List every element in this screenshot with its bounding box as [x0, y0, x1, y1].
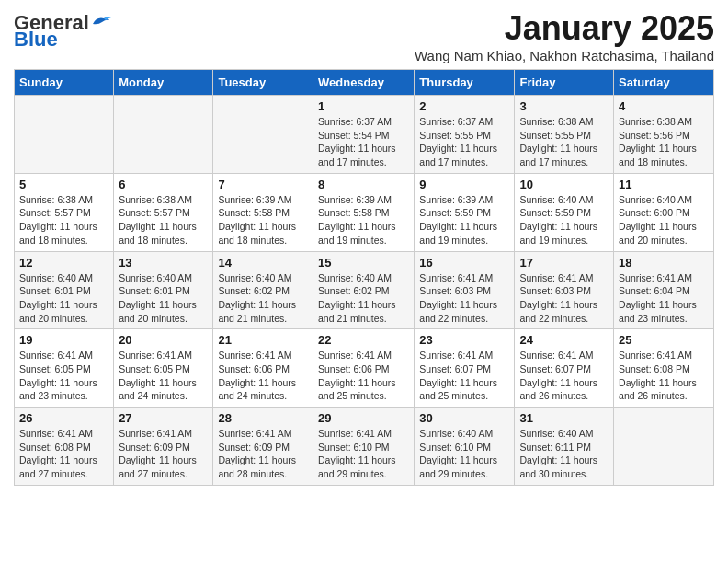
calendar-cell: 25Sunrise: 6:41 AMSunset: 6:08 PMDayligh… [614, 329, 714, 408]
calendar-cell: 27Sunrise: 6:41 AMSunset: 6:09 PMDayligh… [114, 408, 213, 486]
calendar-cell: 21Sunrise: 6:41 AMSunset: 6:06 PMDayligh… [213, 329, 313, 408]
calendar-cell: 20Sunrise: 6:41 AMSunset: 6:05 PMDayligh… [114, 329, 213, 408]
day-number: 31 [519, 411, 609, 425]
day-number: 23 [419, 333, 509, 347]
day-number: 13 [119, 256, 208, 270]
calendar-cell: 8Sunrise: 6:39 AMSunset: 5:58 PMDaylight… [313, 173, 414, 251]
day-info: Sunrise: 6:41 AMSunset: 6:05 PMDaylight:… [19, 349, 108, 403]
day-info: Sunrise: 6:41 AMSunset: 6:07 PMDaylight:… [419, 349, 509, 403]
day-info: Sunrise: 6:38 AMSunset: 5:57 PMDaylight:… [119, 193, 208, 247]
day-number: 9 [419, 178, 509, 191]
calendar-table: SundayMondayTuesdayWednesdayThursdayFrid… [14, 69, 714, 486]
day-info: Sunrise: 6:38 AMSunset: 5:56 PMDaylight:… [619, 115, 709, 169]
day-info: Sunrise: 6:41 AMSunset: 6:06 PMDaylight:… [318, 349, 409, 403]
calendar-cell [614, 408, 714, 486]
calendar-cell: 6Sunrise: 6:38 AMSunset: 5:57 PMDaylight… [114, 173, 213, 251]
day-number: 17 [519, 256, 609, 270]
day-number: 22 [318, 333, 409, 347]
day-number: 30 [419, 411, 509, 425]
day-info: Sunrise: 6:38 AMSunset: 5:55 PMDaylight:… [519, 115, 609, 169]
day-info: Sunrise: 6:39 AMSunset: 5:58 PMDaylight:… [218, 193, 308, 247]
calendar-cell [114, 96, 213, 174]
calendar-cell: 4Sunrise: 6:38 AMSunset: 5:56 PMDaylight… [614, 96, 714, 174]
calendar-week-row: 19Sunrise: 6:41 AMSunset: 6:05 PMDayligh… [15, 329, 714, 408]
day-info: Sunrise: 6:39 AMSunset: 5:58 PMDaylight:… [318, 193, 409, 247]
day-info: Sunrise: 6:40 AMSunset: 6:10 PMDaylight:… [419, 427, 509, 481]
logo: General Blue [14, 13, 111, 50]
calendar-header-row: SundayMondayTuesdayWednesdayThursdayFrid… [15, 70, 714, 96]
calendar-cell [15, 96, 114, 174]
day-info: Sunrise: 6:41 AMSunset: 6:04 PMDaylight:… [619, 271, 709, 326]
calendar-cell: 26Sunrise: 6:41 AMSunset: 6:08 PMDayligh… [15, 408, 114, 486]
logo-blue: Blue [14, 28, 58, 51]
day-number: 2 [419, 99, 509, 113]
calendar-cell: 30Sunrise: 6:40 AMSunset: 6:10 PMDayligh… [415, 408, 515, 486]
calendar-cell: 12Sunrise: 6:40 AMSunset: 6:01 PMDayligh… [15, 251, 114, 329]
day-info: Sunrise: 6:41 AMSunset: 6:03 PMDaylight:… [419, 271, 509, 326]
calendar-header-friday: Friday [515, 70, 614, 96]
calendar-cell: 13Sunrise: 6:40 AMSunset: 6:01 PMDayligh… [114, 251, 213, 329]
calendar-cell: 10Sunrise: 6:40 AMSunset: 5:59 PMDayligh… [515, 173, 614, 251]
day-info: Sunrise: 6:39 AMSunset: 5:59 PMDaylight:… [419, 193, 509, 247]
calendar-cell: 28Sunrise: 6:41 AMSunset: 6:09 PMDayligh… [213, 408, 313, 486]
calendar-week-row: 26Sunrise: 6:41 AMSunset: 6:08 PMDayligh… [15, 408, 714, 486]
calendar-week-row: 5Sunrise: 6:38 AMSunset: 5:57 PMDaylight… [15, 173, 714, 251]
day-number: 18 [619, 256, 709, 270]
day-info: Sunrise: 6:41 AMSunset: 6:07 PMDaylight:… [519, 349, 609, 403]
calendar-cell: 1Sunrise: 6:37 AMSunset: 5:54 PMDaylight… [313, 96, 414, 174]
calendar-cell: 31Sunrise: 6:40 AMSunset: 6:11 PMDayligh… [515, 408, 614, 486]
day-info: Sunrise: 6:40 AMSunset: 6:01 PMDaylight:… [119, 271, 208, 326]
calendar-cell: 19Sunrise: 6:41 AMSunset: 6:05 PMDayligh… [15, 329, 114, 408]
calendar-cell: 2Sunrise: 6:37 AMSunset: 5:55 PMDaylight… [415, 96, 515, 174]
day-info: Sunrise: 6:40 AMSunset: 6:01 PMDaylight:… [19, 271, 108, 326]
calendar-header-monday: Monday [114, 70, 213, 96]
day-number: 26 [19, 411, 108, 425]
day-number: 21 [218, 333, 308, 347]
calendar-week-row: 12Sunrise: 6:40 AMSunset: 6:01 PMDayligh… [15, 251, 714, 329]
day-info: Sunrise: 6:41 AMSunset: 6:03 PMDaylight:… [519, 271, 609, 326]
title-section: January 2025 Wang Nam Khiao, Nakhon Ratc… [415, 9, 714, 63]
calendar-cell: 18Sunrise: 6:41 AMSunset: 6:04 PMDayligh… [614, 251, 714, 329]
day-info: Sunrise: 6:37 AMSunset: 5:55 PMDaylight:… [419, 115, 509, 169]
day-number: 10 [519, 178, 609, 191]
day-info: Sunrise: 6:40 AMSunset: 5:59 PMDaylight:… [519, 193, 609, 247]
day-number: 27 [119, 411, 208, 425]
page-header: General Blue January 2025 Wang Nam Khiao… [14, 9, 714, 63]
day-number: 19 [19, 333, 108, 347]
calendar-cell: 3Sunrise: 6:38 AMSunset: 5:55 PMDaylight… [515, 96, 614, 174]
day-number: 16 [419, 256, 509, 270]
calendar-cell: 9Sunrise: 6:39 AMSunset: 5:59 PMDaylight… [415, 173, 515, 251]
day-info: Sunrise: 6:38 AMSunset: 5:57 PMDaylight:… [19, 193, 108, 247]
day-info: Sunrise: 6:41 AMSunset: 6:09 PMDaylight:… [119, 427, 208, 481]
day-number: 8 [318, 178, 409, 191]
calendar-header-tuesday: Tuesday [213, 70, 313, 96]
day-info: Sunrise: 6:37 AMSunset: 5:54 PMDaylight:… [318, 115, 409, 169]
day-info: Sunrise: 6:41 AMSunset: 6:05 PMDaylight:… [119, 349, 208, 403]
day-number: 15 [318, 256, 409, 270]
day-number: 1 [318, 99, 409, 113]
day-info: Sunrise: 6:41 AMSunset: 6:06 PMDaylight:… [218, 349, 308, 403]
day-info: Sunrise: 6:40 AMSunset: 6:02 PMDaylight:… [218, 271, 308, 326]
day-info: Sunrise: 6:40 AMSunset: 6:00 PMDaylight:… [619, 193, 709, 247]
month-title: January 2025 [415, 9, 714, 48]
day-info: Sunrise: 6:41 AMSunset: 6:09 PMDaylight:… [218, 427, 308, 481]
day-number: 6 [119, 178, 208, 191]
day-number: 25 [619, 333, 709, 347]
calendar-cell: 23Sunrise: 6:41 AMSunset: 6:07 PMDayligh… [415, 329, 515, 408]
calendar-header-wednesday: Wednesday [313, 70, 414, 96]
calendar-cell: 5Sunrise: 6:38 AMSunset: 5:57 PMDaylight… [15, 173, 114, 251]
calendar-header-sunday: Sunday [15, 70, 114, 96]
calendar-cell: 15Sunrise: 6:40 AMSunset: 6:02 PMDayligh… [313, 251, 414, 329]
day-info: Sunrise: 6:41 AMSunset: 6:08 PMDaylight:… [619, 349, 709, 403]
day-number: 11 [619, 178, 709, 191]
location-title: Wang Nam Khiao, Nakhon Ratchasima, Thail… [415, 48, 714, 63]
calendar-cell: 22Sunrise: 6:41 AMSunset: 6:06 PMDayligh… [313, 329, 414, 408]
calendar-cell: 7Sunrise: 6:39 AMSunset: 5:58 PMDaylight… [213, 173, 313, 251]
calendar-cell: 17Sunrise: 6:41 AMSunset: 6:03 PMDayligh… [515, 251, 614, 329]
calendar-cell: 29Sunrise: 6:41 AMSunset: 6:10 PMDayligh… [313, 408, 414, 486]
day-number: 24 [519, 333, 609, 347]
calendar-cell: 24Sunrise: 6:41 AMSunset: 6:07 PMDayligh… [515, 329, 614, 408]
day-info: Sunrise: 6:40 AMSunset: 6:11 PMDaylight:… [519, 427, 609, 481]
calendar-cell: 14Sunrise: 6:40 AMSunset: 6:02 PMDayligh… [213, 251, 313, 329]
calendar-cell [213, 96, 313, 174]
